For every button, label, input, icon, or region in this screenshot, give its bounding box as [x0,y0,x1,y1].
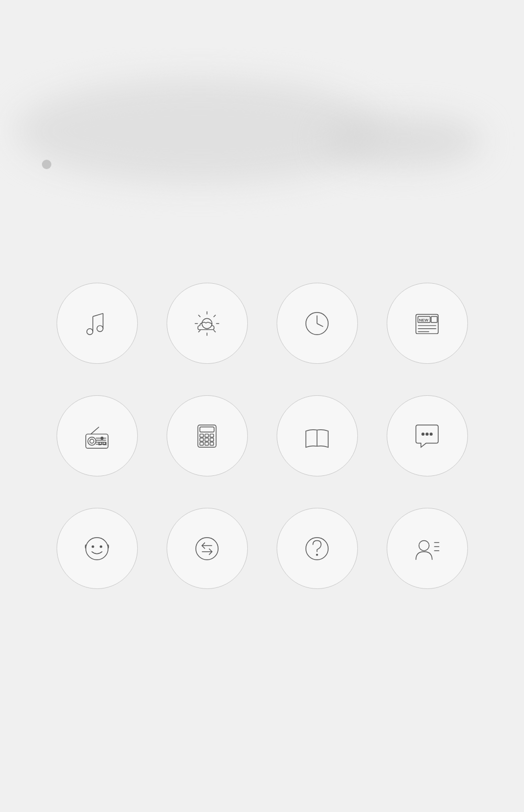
baby-icon-button[interactable] [57,508,138,589]
svg-point-51 [100,545,102,548]
icon-row-3 [57,508,468,589]
contact-icon-button[interactable] [387,508,468,589]
radio-icon [81,420,113,452]
help-icon [301,532,333,565]
svg-point-47 [425,432,429,436]
cloud-shape-2 [325,115,482,168]
svg-rect-22 [86,434,108,448]
music-icon [81,307,113,340]
top-decoration [0,0,524,262]
svg-rect-44 [205,442,209,445]
cloud-shape-1 [16,79,383,183]
help-icon-button[interactable] [277,508,358,589]
svg-rect-39 [210,434,214,437]
svg-point-46 [421,432,424,436]
calculator-icon-button[interactable] [167,395,248,476]
svg-rect-36 [200,427,214,432]
chat-icon-button[interactable] [387,395,468,476]
svg-line-8 [214,330,216,332]
svg-point-52 [196,537,219,560]
icon-grid: NEW [0,283,524,589]
book-icon-button[interactable] [277,395,358,476]
svg-rect-45 [210,442,214,445]
news-icon: NEW [411,307,443,340]
svg-line-10 [199,330,201,332]
svg-line-2 [93,313,103,316]
svg-line-9 [214,315,216,317]
svg-rect-43 [200,442,203,445]
weather-icon-button[interactable] [167,283,248,364]
chat-icon [411,420,443,452]
svg-rect-15 [416,314,439,333]
svg-line-7 [199,315,201,317]
weather-icon [191,307,223,340]
svg-point-25 [90,439,94,443]
music-icon-button[interactable] [57,283,138,364]
svg-point-50 [92,545,94,548]
svg-point-49 [86,537,108,560]
svg-rect-37 [200,434,203,437]
svg-point-11 [202,318,212,328]
transfer-icon [191,532,223,565]
svg-rect-40 [200,438,203,441]
clock-icon [301,307,333,340]
baby-icon [81,532,113,565]
svg-point-57 [419,540,429,550]
calculator-icon [191,420,223,452]
svg-rect-38 [205,434,209,437]
svg-line-14 [317,324,323,327]
svg-point-56 [316,553,318,555]
radio-icon-button[interactable] [57,395,138,476]
svg-line-23 [91,427,99,434]
dot-decoration [42,160,51,169]
svg-text:NEW: NEW [419,318,429,322]
svg-rect-41 [205,438,209,441]
icon-row-2 [57,395,468,476]
icon-row-1: NEW [57,283,468,364]
clock-icon-button[interactable] [277,283,358,364]
book-icon [301,420,333,452]
svg-rect-42 [210,438,214,441]
svg-rect-21 [431,316,438,322]
news-icon-button[interactable]: NEW [387,283,468,364]
contact-icon [411,532,443,565]
transfer-icon-button[interactable] [167,508,248,589]
svg-point-24 [88,437,96,445]
svg-point-48 [430,432,433,436]
